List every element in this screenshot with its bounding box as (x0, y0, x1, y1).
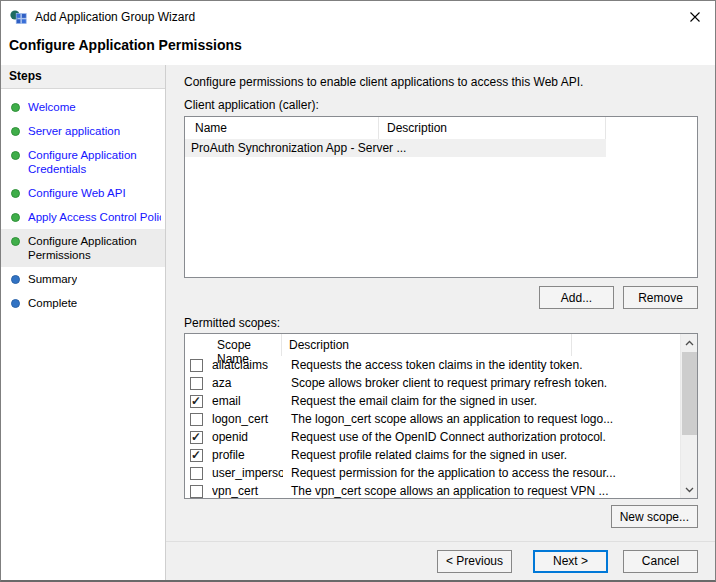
step-current-icon (11, 237, 20, 246)
remove-button[interactable]: Remove (623, 286, 698, 309)
step-done-icon (11, 103, 20, 112)
step-configure-web-api[interactable]: Configure Web API (1, 181, 165, 205)
content-pane: Configure permissions to enable client a… (166, 65, 715, 580)
scope-description: The vpn_cert scope allows an application… (283, 484, 609, 498)
step-done-icon (11, 127, 20, 136)
column-header-description[interactable]: Description (379, 117, 606, 139)
scope-description: The logon_cert scope allows an applicati… (283, 412, 613, 426)
scope-checkbox[interactable] (190, 395, 203, 408)
permitted-scopes-list[interactable]: Scope Name Description allatclaims Reque… (184, 333, 698, 499)
scope-description: Request use of the OpenID Connect author… (283, 430, 606, 444)
wizard-window: Add Application Group Wizard Configure A… (0, 0, 716, 582)
next-button[interactable]: Next > (533, 550, 608, 573)
scope-row-allatclaims[interactable]: allatclaims Requests the access token cl… (185, 356, 680, 374)
page-header: Configure Application Permissions (1, 32, 715, 65)
client-application-row[interactable]: ProAuth Synchronization App - Server ... (185, 139, 606, 157)
scope-checkbox[interactable] (190, 485, 203, 498)
scope-name: openid (212, 430, 283, 444)
step-label: Server application (28, 124, 120, 138)
permitted-scopes-label: Permitted scopes: (184, 316, 698, 330)
scope-name: aza (212, 376, 283, 390)
close-button[interactable] (684, 6, 706, 28)
scope-row-openid[interactable]: openid Request use of the OpenID Connect… (185, 428, 680, 446)
scope-name: profile (212, 448, 283, 462)
scope-description: Request profile related claims for the s… (283, 448, 567, 462)
scope-name: user_imperso... (212, 466, 283, 480)
scope-name: logon_cert (212, 412, 283, 426)
page-title: Configure Application Permissions (9, 37, 705, 53)
step-pending-icon (11, 275, 20, 284)
step-configure-application-permissions[interactable]: Configure Application Permissions (1, 229, 165, 267)
scope-row-profile[interactable]: profile Request profile related claims f… (185, 446, 680, 464)
step-welcome[interactable]: Welcome (1, 95, 165, 119)
column-header-scope-name[interactable]: Scope Name (185, 334, 282, 356)
step-done-icon (11, 213, 20, 222)
title-bar: Add Application Group Wizard (1, 1, 715, 32)
new-scope-button[interactable]: New scope... (611, 505, 698, 528)
step-summary[interactable]: Summary (1, 267, 165, 291)
step-complete[interactable]: Complete (1, 291, 165, 315)
intro-text: Configure permissions to enable client a… (184, 75, 698, 89)
step-label: Configure Application Permissions (28, 234, 161, 262)
scrollbar-down-button[interactable] (681, 481, 698, 498)
previous-button[interactable]: < Previous (437, 550, 512, 573)
scope-name: allatclaims (212, 358, 283, 372)
scope-description: Request the email claim for the signed i… (283, 394, 537, 408)
add-button[interactable]: Add... (539, 286, 614, 309)
step-label: Apply Access Control Policy (28, 210, 161, 224)
cancel-button[interactable]: Cancel (623, 550, 698, 573)
scope-name: vpn_cert (212, 484, 283, 498)
step-label: Complete (28, 296, 77, 310)
scope-description: Scope allows broker client to request pr… (283, 376, 607, 390)
window-title: Add Application Group Wizard (35, 10, 684, 24)
steps-sidebar: Steps Welcome Server application Configu… (1, 65, 166, 580)
column-header-description[interactable]: Description (282, 334, 572, 356)
scope-checkbox[interactable] (190, 413, 203, 426)
scope-checkbox[interactable] (190, 449, 203, 462)
step-label: Summary (28, 272, 77, 286)
scope-row-email[interactable]: email Request the email claim for the si… (185, 392, 680, 410)
scopes-scrollbar[interactable] (680, 334, 697, 498)
scope-row-logon-cert[interactable]: logon_cert The logon_cert scope allows a… (185, 410, 680, 428)
step-apply-access-control-policy[interactable]: Apply Access Control Policy (1, 205, 165, 229)
scope-description: Request permission for the application t… (283, 466, 616, 480)
step-label: Configure Application Credentials (28, 148, 161, 176)
scope-checkbox[interactable] (190, 431, 203, 444)
scopes-list-header: Scope Name Description (185, 334, 680, 356)
scrollbar-thumb[interactable] (682, 352, 697, 435)
step-server-application[interactable]: Server application (1, 119, 165, 143)
chevron-down-icon (685, 487, 694, 493)
steps-header: Steps (1, 65, 165, 89)
scope-checkbox[interactable] (190, 377, 203, 390)
step-label: Welcome (28, 100, 76, 114)
scope-row-user-impersonation[interactable]: user_imperso... Request permission for t… (185, 464, 680, 482)
footer-bar: < Previous Next > Cancel (166, 541, 715, 580)
app-icon (10, 9, 27, 25)
step-pending-icon (11, 299, 20, 308)
client-list-header: Name Description (185, 117, 697, 139)
scope-row-vpn-cert[interactable]: vpn_cert The vpn_cert scope allows an ap… (185, 482, 680, 498)
steps-list: Welcome Server application Configure App… (1, 89, 165, 315)
close-icon (689, 11, 701, 23)
scrollbar-up-button[interactable] (681, 334, 698, 351)
column-header-name[interactable]: Name (185, 117, 379, 139)
scope-row-aza[interactable]: aza Scope allows broker client to reques… (185, 374, 680, 392)
scope-checkbox[interactable] (190, 359, 203, 372)
step-label: Configure Web API (28, 186, 126, 200)
scope-checkbox[interactable] (190, 467, 203, 480)
client-application-label: Client application (caller): (184, 98, 698, 112)
step-done-icon (11, 151, 20, 160)
scope-name: email (212, 394, 283, 408)
chevron-up-icon (685, 340, 694, 346)
step-configure-application-credentials[interactable]: Configure Application Credentials (1, 143, 165, 181)
step-done-icon (11, 189, 20, 198)
scopes-list-body: Scope Name Description allatclaims Reque… (185, 334, 680, 498)
scope-description: Requests the access token claims in the … (283, 358, 583, 372)
client-application-list[interactable]: Name Description ProAuth Synchronization… (184, 116, 698, 278)
